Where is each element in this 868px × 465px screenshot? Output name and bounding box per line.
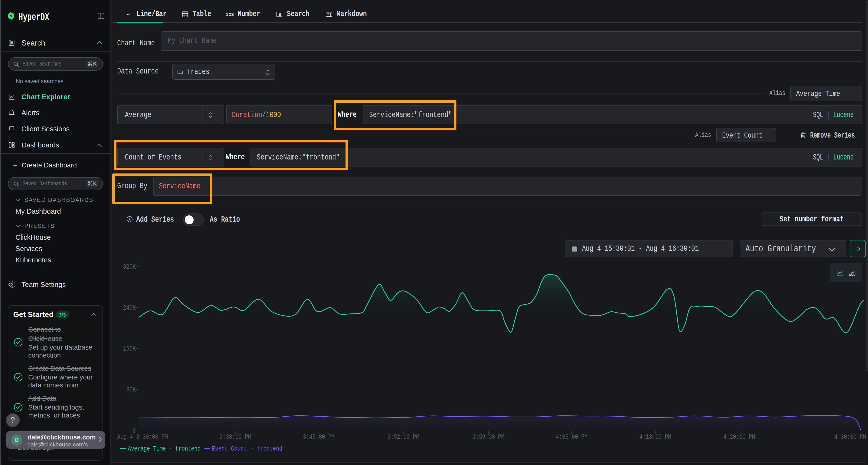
svg-text:3:59:00 PM: 3:59:00 PM: [472, 433, 504, 441]
svg-text:·: ·: [168, 445, 173, 453]
svg-text:3:45:00 PM: 3:45:00 PM: [303, 433, 335, 441]
svg-text:Average Time: Average Time: [128, 445, 166, 453]
svg-text:4:06:00 PM: 4:06:00 PM: [556, 433, 588, 441]
svg-text:Aug 4 3:30:00 PM: Aug 4 3:30:00 PM: [117, 433, 168, 441]
svg-text:160K: 160K: [123, 345, 136, 353]
svg-text:frontend: frontend: [175, 445, 200, 453]
svg-text:Event Count: Event Count: [212, 445, 247, 453]
svg-text:240K: 240K: [123, 304, 136, 311]
svg-text:frontend: frontend: [257, 445, 282, 453]
svg-text:4:13:00 PM: 4:13:00 PM: [640, 433, 671, 441]
svg-text:320K: 320K: [123, 263, 136, 271]
svg-text:4:20:00 PM: 4:20:00 PM: [723, 433, 755, 441]
svg-text:3:52:00 PM: 3:52:00 PM: [388, 433, 419, 441]
svg-text:4:30:00 PM: 4:30:00 PM: [834, 433, 866, 441]
svg-text:3:38:00 PM: 3:38:00 PM: [219, 433, 251, 441]
svg-text:·: ·: [250, 445, 254, 453]
svg-text:80K: 80K: [126, 386, 136, 393]
